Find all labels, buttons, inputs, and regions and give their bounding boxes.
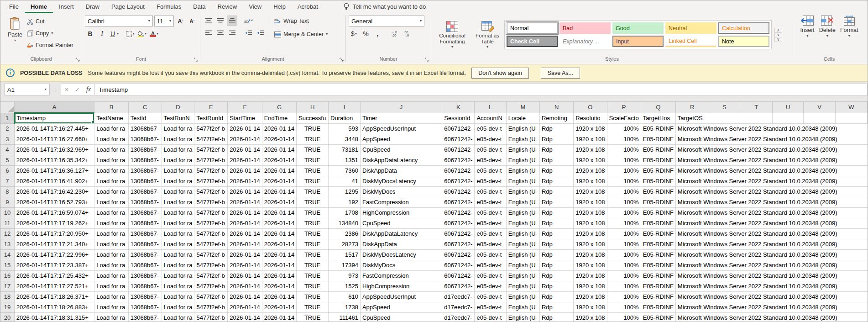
cell-N17[interactable]: Rdp bbox=[539, 281, 573, 291]
cell-B5[interactable]: Load for ra bbox=[94, 155, 129, 165]
cell-K6[interactable]: 60671242- bbox=[442, 165, 475, 176]
cell-K15[interactable]: 60671242- bbox=[442, 260, 475, 270]
tab-data[interactable]: Data bbox=[187, 1, 211, 13]
cell-Q15[interactable]: E05-RDINF bbox=[641, 260, 675, 270]
copy-dropdown-arrow[interactable]: ▾ bbox=[51, 32, 53, 35]
cell-K10[interactable]: 60671242- bbox=[442, 207, 475, 218]
cell-K20[interactable]: d17eedc7- bbox=[442, 312, 475, 322]
cell-G2[interactable]: 2026-01-14 bbox=[262, 123, 297, 134]
style-neutral[interactable]: Neutral bbox=[665, 22, 716, 34]
cell-R9[interactable]: Microsoft Windows Server 2022 Standard 1… bbox=[675, 197, 867, 207]
cell-P4[interactable]: 100% bbox=[607, 144, 641, 155]
cell-D4[interactable]: Load for ra bbox=[162, 144, 194, 155]
style-input[interactable]: Input bbox=[612, 36, 664, 47]
cell-L7[interactable]: e05-dev-t bbox=[475, 176, 506, 186]
cut-button[interactable]: Cut bbox=[27, 16, 73, 26]
cell-F18[interactable]: 2026-01-14 bbox=[228, 291, 262, 302]
row-header-16[interactable]: 16 bbox=[0, 270, 14, 281]
column-header-R[interactable]: R bbox=[675, 102, 709, 113]
cell-Q9[interactable]: E05-RDINF bbox=[641, 197, 675, 207]
cell-M8[interactable]: English (U bbox=[506, 186, 539, 197]
row-header-10[interactable]: 10 bbox=[0, 207, 14, 218]
cell-P19[interactable]: 100% bbox=[607, 302, 641, 312]
cell-C11[interactable]: 13068b67- bbox=[128, 218, 162, 228]
cell-G11[interactable]: 2026-01-14 bbox=[262, 218, 297, 228]
style-explanatory[interactable]: Explanatory ... bbox=[559, 36, 611, 47]
cell-J14[interactable]: DiskMyDocsLatency bbox=[360, 249, 442, 260]
cell-L15[interactable]: e05-dev-t bbox=[475, 260, 506, 270]
bold-button[interactable]: B bbox=[85, 29, 95, 39]
column-header-W[interactable]: W bbox=[835, 102, 867, 113]
cell-E3[interactable]: 5477f2ef-b bbox=[194, 134, 228, 144]
cell-I15[interactable]: 17394 bbox=[329, 260, 361, 270]
cell-O16[interactable]: 1920 x 108 bbox=[574, 270, 607, 281]
cell-P1[interactable]: ScaleFacto bbox=[607, 113, 641, 123]
cell-E18[interactable]: 5477f2ef-b bbox=[194, 291, 228, 302]
cell-H7[interactable]: TRUE bbox=[297, 176, 329, 186]
wrap-text-button[interactable]: ab Wrap Text bbox=[274, 16, 328, 26]
cell-I10[interactable]: 1708 bbox=[329, 207, 361, 218]
cell-B7[interactable]: Load for ra bbox=[94, 176, 129, 186]
cell-O10[interactable]: 1920 x 108 bbox=[574, 207, 607, 218]
cell-H15[interactable]: TRUE bbox=[297, 260, 329, 270]
cell-J12[interactable]: DiskAppDataLatency bbox=[360, 228, 442, 239]
cell-K17[interactable]: 60671242- bbox=[442, 281, 475, 291]
orientation-button[interactable]: ab▾ bbox=[243, 16, 254, 26]
cell-H18[interactable]: TRUE bbox=[297, 291, 329, 302]
cell-M20[interactable]: English (U bbox=[506, 312, 539, 322]
cell-H6[interactable]: TRUE bbox=[297, 165, 329, 176]
cell-L14[interactable]: e05-dev-t bbox=[475, 249, 506, 260]
cell-R11[interactable]: Microsoft Windows Server 2022 Standard 1… bbox=[675, 218, 867, 228]
cell-H5[interactable]: TRUE bbox=[297, 155, 329, 165]
style-note[interactable]: Note bbox=[718, 36, 769, 47]
cell-I18[interactable]: 610 bbox=[329, 291, 361, 302]
cell-J5[interactable]: DiskAppDataLatency bbox=[360, 155, 442, 165]
cell-B1[interactable]: TestName bbox=[94, 113, 129, 123]
cell-A10[interactable]: 2026-01-14T17:16:59.074+ bbox=[14, 207, 94, 218]
cell-H2[interactable]: TRUE bbox=[297, 123, 329, 134]
cell-Q10[interactable]: E05-RDINF bbox=[641, 207, 675, 218]
row-header-15[interactable]: 15 bbox=[0, 260, 14, 270]
accounting-format-button[interactable]: $▾ bbox=[349, 29, 359, 39]
cell-K5[interactable]: 60671242- bbox=[442, 155, 475, 165]
align-right-button[interactable] bbox=[227, 28, 237, 38]
tab-home[interactable]: Home bbox=[25, 1, 53, 13]
cell-P13[interactable]: 100% bbox=[607, 239, 641, 249]
merge-center-button[interactable]: Merge & Center ▾ bbox=[274, 29, 328, 40]
cell-O15[interactable]: 1920 x 108 bbox=[574, 260, 607, 270]
cell-L3[interactable]: e05-dev-t bbox=[475, 134, 506, 144]
clipboard-dialog-launcher[interactable] bbox=[76, 58, 80, 62]
cell-M17[interactable]: English (U bbox=[506, 281, 539, 291]
cell-E16[interactable]: 5477f2ef-b bbox=[194, 270, 228, 281]
cell-R3[interactable]: Microsoft Windows Server 2022 Standard 1… bbox=[675, 134, 867, 144]
cell-A12[interactable]: 2026-01-14T17:17:20.950+ bbox=[14, 228, 94, 239]
number-dialog-launcher[interactable] bbox=[425, 58, 429, 62]
cell-E12[interactable]: 5477f2ef-b bbox=[194, 228, 228, 239]
cell-K12[interactable]: 60671242- bbox=[442, 228, 475, 239]
column-header-M[interactable]: M bbox=[506, 102, 539, 113]
row-header-20[interactable]: 20 bbox=[0, 312, 14, 322]
cell-O2[interactable]: 1920 x 108 bbox=[574, 123, 607, 134]
row-header-19[interactable]: 19 bbox=[0, 302, 14, 312]
style-calculation[interactable]: Calculation bbox=[718, 22, 769, 34]
cell-A18[interactable]: 2026-01-14T17:18:26.371+ bbox=[14, 291, 94, 302]
cell-P7[interactable]: 100% bbox=[607, 176, 641, 186]
comma-style-button[interactable]: , bbox=[372, 29, 383, 39]
style-good[interactable]: Good bbox=[612, 22, 664, 34]
cell-J11[interactable]: CpuSpeed bbox=[360, 218, 442, 228]
cell-V1[interactable] bbox=[804, 113, 836, 123]
row-header-12[interactable]: 12 bbox=[0, 228, 14, 239]
cell-F13[interactable]: 2026-01-14 bbox=[228, 239, 262, 249]
cell-R17[interactable]: Microsoft Windows Server 2022 Standard 1… bbox=[675, 281, 867, 291]
cell-B15[interactable]: Load for ra bbox=[94, 260, 129, 270]
align-center-button[interactable] bbox=[215, 28, 225, 38]
cell-J18[interactable]: AppSpeedUserInput bbox=[360, 291, 442, 302]
cell-Q12[interactable]: E05-RDINF bbox=[641, 228, 675, 239]
cell-N15[interactable]: Rdp bbox=[539, 260, 573, 270]
cell-F10[interactable]: 2026-01-14 bbox=[228, 207, 262, 218]
cell-Q16[interactable]: E05-RDINF bbox=[641, 270, 675, 281]
cell-M13[interactable]: English (U bbox=[506, 239, 539, 249]
cell-M14[interactable]: English (U bbox=[506, 249, 539, 260]
column-header-S[interactable]: S bbox=[709, 102, 740, 113]
cell-E6[interactable]: 5477f2ef-b bbox=[194, 165, 228, 176]
